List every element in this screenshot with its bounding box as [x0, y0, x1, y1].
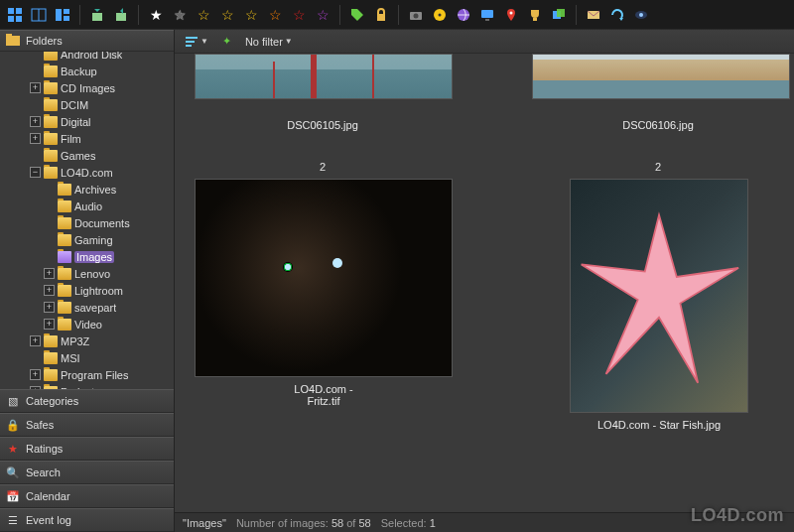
tree-node[interactable]: DCIM — [2, 96, 174, 113]
tree-node[interactable]: +Lightroom — [2, 282, 174, 299]
star-rating-5[interactable]: ☆ — [264, 4, 286, 26]
lock-icon[interactable] — [370, 4, 392, 26]
tree-node-label: LO4D.com — [61, 167, 113, 179]
view-split-icon[interactable] — [52, 4, 73, 26]
status-bar: "Images" Number of images: 58 of 58 Sele… — [175, 512, 794, 532]
separator — [339, 5, 340, 25]
panel-label: Event log — [26, 514, 71, 526]
panel-categories[interactable]: ▧ Categories — [0, 389, 174, 413]
thumbnail-cell[interactable] — [532, 54, 790, 99]
panel-calendar[interactable]: 📅 Calendar — [0, 484, 174, 508]
tree-node[interactable]: Archives — [2, 181, 174, 198]
tree-node[interactable]: +Lenovo — [2, 265, 174, 282]
globe-icon[interactable] — [453, 4, 474, 26]
thumbnail-cell[interactable]: LO4D.com - Star Fish.jpg — [532, 179, 786, 445]
svg-rect-0 — [8, 8, 14, 14]
folder-icon — [44, 369, 58, 381]
tree-node[interactable]: Images — [2, 248, 174, 265]
panel-label: Search — [26, 466, 61, 478]
refresh-icon[interactable] — [606, 4, 628, 26]
tree-node[interactable]: +MP3Z — [2, 332, 174, 349]
display-icon[interactable] — [476, 4, 498, 26]
star-rating-0[interactable]: ★ — [145, 4, 167, 26]
trophy-icon[interactable] — [524, 4, 546, 26]
tree-node-label: Images — [74, 251, 114, 263]
star-rating-2[interactable]: ☆ — [193, 4, 214, 26]
expand-icon[interactable]: + — [30, 369, 41, 380]
tree-node[interactable]: +savepart — [2, 299, 174, 316]
tree-node[interactable]: Backup — [2, 63, 174, 79]
tree-node[interactable]: Android Disk — [2, 52, 174, 63]
svg-rect-3 — [16, 16, 22, 22]
thumbnail-cell[interactable]: LO4D.com - Fritz.tif — [195, 179, 453, 445]
thumbnail-cell[interactable] — [195, 54, 453, 99]
eye-icon[interactable] — [630, 4, 652, 26]
expand-icon[interactable]: + — [44, 268, 55, 279]
folder-icon — [44, 167, 58, 179]
folder-icon — [58, 302, 71, 314]
svg-rect-17 — [481, 10, 493, 18]
thumbnail-image[interactable] — [532, 54, 790, 99]
expand-icon[interactable]: + — [30, 116, 41, 127]
expand-icon[interactable]: + — [44, 285, 55, 296]
star-rating-3[interactable]: ☆ — [216, 4, 238, 26]
panel-eventlog[interactable]: ☰ Event log — [0, 508, 174, 532]
tree-node[interactable]: Games — [2, 147, 174, 164]
status-sel-label: Selected: — [381, 517, 427, 529]
expand-icon[interactable]: + — [44, 302, 55, 313]
thumbnail-grid[interactable]: DSC06105.jpg 2 DSC06106.jpg 2 LO4D.com -… — [175, 54, 794, 512]
star-rating-6[interactable]: ☆ — [288, 4, 310, 26]
thumbnail-image[interactable] — [570, 179, 748, 413]
pin-icon[interactable] — [500, 4, 522, 26]
tree-spacer — [44, 184, 55, 195]
panel-safes[interactable]: 🔒 Safes — [0, 413, 174, 437]
view-compare-icon[interactable] — [28, 4, 50, 26]
folder-tree[interactable]: Android DiskBackup+CD ImagesDCIM+Digital… — [0, 52, 174, 389]
tree-node[interactable]: Documents — [2, 214, 174, 231]
expand-icon[interactable]: + — [30, 335, 41, 346]
expand-icon[interactable]: + — [30, 133, 41, 144]
camera-icon[interactable] — [405, 4, 427, 26]
tree-node-label: Games — [61, 150, 95, 162]
star-rating-1[interactable]: ★ — [169, 4, 191, 26]
thumbnail-caption: DSC06106.jpg — [622, 119, 694, 145]
refresh-button[interactable]: ✦ — [218, 33, 235, 50]
tree-node-label: Film — [61, 133, 81, 145]
tree-node[interactable]: Audio — [2, 198, 174, 214]
panel-search[interactable]: 🔍 Search — [0, 461, 174, 484]
tree-node[interactable]: Gaming — [2, 231, 174, 248]
status-count-of: of — [346, 517, 355, 529]
filter-menu-button[interactable]: No filter ▼ — [241, 34, 297, 50]
tree-spacer — [30, 352, 41, 363]
tree-node[interactable]: +CD Images — [2, 79, 174, 96]
folder-icon — [58, 268, 71, 280]
panel-label: Categories — [26, 395, 78, 407]
sort-menu-button[interactable]: ▼ — [181, 33, 212, 51]
rotate-left-icon[interactable] — [86, 4, 108, 26]
tag-icon[interactable] — [346, 4, 368, 26]
thumbnail-image[interactable] — [195, 179, 453, 377]
tree-node[interactable]: +Program Files — [2, 366, 174, 383]
tree-node[interactable]: +Digital — [2, 113, 174, 130]
disc-icon[interactable] — [429, 4, 451, 26]
folder-icon — [58, 217, 71, 229]
batch-icon[interactable] — [548, 4, 570, 26]
star-rating-7[interactable]: ☆ — [312, 4, 333, 26]
panel-ratings[interactable]: ★ Ratings — [0, 437, 174, 461]
mail-icon[interactable] — [583, 4, 604, 26]
folder-icon — [58, 285, 71, 297]
expand-icon[interactable]: + — [44, 319, 55, 330]
svg-rect-1 — [16, 8, 22, 14]
tree-node[interactable]: −LO4D.com — [2, 164, 174, 181]
tree-node[interactable]: MSI — [2, 349, 174, 366]
tree-node[interactable]: +Video — [2, 316, 174, 332]
view-thumbnails-icon[interactable] — [4, 4, 26, 26]
rotate-right-icon[interactable] — [110, 4, 132, 26]
star-rating-4[interactable]: ☆ — [240, 4, 262, 26]
expand-icon[interactable]: + — [30, 82, 41, 93]
collapse-icon[interactable]: − — [30, 167, 41, 178]
tree-node-label: savepart — [74, 302, 116, 314]
tree-node[interactable]: +Film — [2, 130, 174, 147]
thumbnail-image[interactable] — [195, 54, 453, 99]
panel-folders[interactable]: Folders — [0, 30, 174, 52]
